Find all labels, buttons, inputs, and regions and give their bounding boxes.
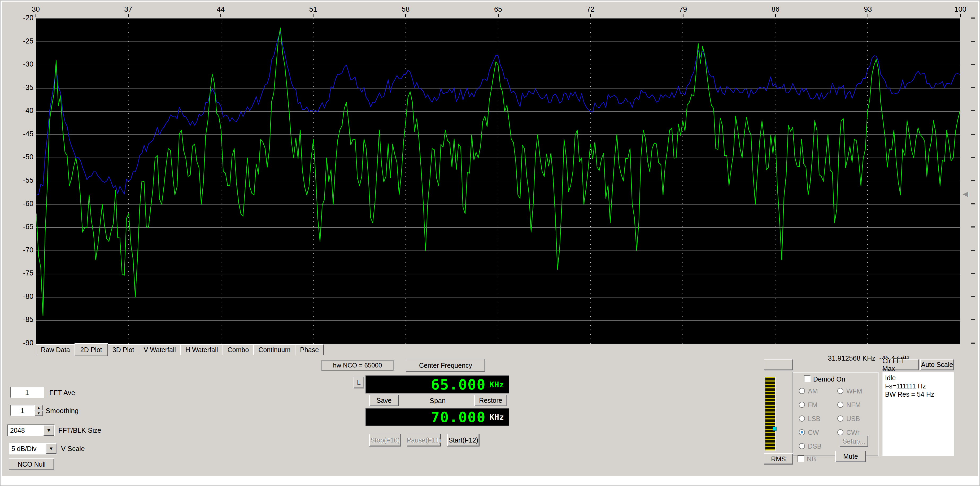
y-axis-label: -25 [23, 37, 33, 45]
nb-label: NB [807, 455, 816, 463]
y-axis-label: -80 [23, 292, 33, 301]
spectrum-analyzer-window: 30374451586572798693100 -20-25-30-35-40-… [2, 2, 978, 476]
chevron-down-icon[interactable]: ▼ [46, 443, 56, 454]
y-axis-label: -85 [23, 316, 33, 324]
nb-checkbox[interactable] [797, 455, 804, 462]
x-axis-label: 79 [679, 5, 687, 17]
hw-nco-readout: hw NCO = 65000 [321, 360, 394, 371]
right-scale-tick [971, 296, 975, 297]
setup-button[interactable]: Setup... [840, 436, 868, 447]
restore-button[interactable]: Restore [474, 395, 507, 406]
right-scale-tick [971, 250, 975, 251]
spin-up-icon[interactable]: ▲ [35, 405, 43, 410]
start-button[interactable]: Start(F12) [447, 434, 479, 446]
pause-button[interactable]: Pause(F11) [407, 434, 441, 446]
x-axis-label: 51 [309, 5, 317, 17]
radio-nfm[interactable] [837, 402, 843, 408]
right-scale-ticks [961, 18, 978, 343]
span-label: Span [416, 397, 459, 405]
y-axis-label: -65 [23, 223, 33, 231]
spectrum-svg [37, 19, 960, 344]
span-unit: KHz [490, 413, 504, 422]
right-scale-strip[interactable]: ◄ [961, 18, 978, 343]
v-scale-select[interactable]: 5 dB/Div ▼ [9, 443, 57, 454]
radio-wfm[interactable] [837, 388, 843, 394]
nco-null-button[interactable]: NCO Null [9, 458, 54, 470]
radio-usb[interactable] [837, 416, 843, 422]
fft-blk-size-value: 2048 [8, 425, 43, 436]
ref-level-arrow-icon[interactable]: ◄ [961, 189, 970, 199]
spin-down-icon[interactable]: ▼ [35, 410, 43, 416]
y-axis-label: -75 [23, 269, 33, 277]
auto-scale-button[interactable]: Auto Scale [920, 359, 954, 370]
spectrum-plot[interactable] [36, 18, 960, 344]
y-axis-label: -45 [23, 130, 33, 138]
x-axis-label: 37 [124, 5, 132, 17]
fft-blk-size-select[interactable]: 2048 ▼ [8, 424, 55, 436]
status-line-fs: Fs=111111 Hz [885, 382, 951, 390]
clr-fft-max-button[interactable]: Clr FFT Max [882, 359, 919, 370]
mute-button[interactable]: Mute [835, 451, 866, 462]
center-frequency-unit: KHz [490, 380, 504, 389]
status-line-idle: Idle [885, 374, 951, 382]
rms-button[interactable]: RMS [764, 453, 793, 465]
tab-raw-data[interactable]: Raw Data [36, 344, 75, 355]
level-meter [765, 377, 775, 451]
right-scale-tick [971, 110, 975, 111]
chevron-down-icon[interactable]: ▼ [43, 425, 54, 436]
right-scale-tick [971, 203, 975, 205]
radio-am[interactable] [799, 388, 805, 394]
x-axis-label: 65 [494, 5, 502, 17]
radio-wfm-label: WFM [846, 388, 862, 395]
tab-v-waterfall[interactable]: V Waterfall [139, 344, 181, 355]
v-scale-value: 5 dB/Div [9, 443, 46, 454]
radio-cwr[interactable] [837, 429, 843, 435]
span-value: 70.000 [431, 409, 486, 426]
right-scale-tick [971, 41, 975, 42]
radio-am-label: AM [808, 388, 818, 395]
radio-dsb[interactable] [799, 443, 805, 449]
y-axis-label: -70 [23, 246, 33, 254]
lock-l-button[interactable]: L [353, 377, 364, 388]
y-axis-label: -50 [23, 153, 33, 161]
tab-phase[interactable]: Phase [295, 344, 324, 355]
tab-2d-plot[interactable]: 2D Plot [75, 343, 108, 356]
status-line-bwres: BW Res = 54 Hz [885, 390, 951, 399]
blank-button[interactable] [764, 359, 793, 370]
tab-continuum[interactable]: Continuum [253, 344, 296, 355]
radio-cwr-label: CWr [846, 429, 859, 437]
right-scale-tick [971, 87, 975, 88]
x-axis-label: 44 [217, 5, 224, 17]
view-tabs: Raw Data 2D Plot 3D Plot V Waterfall H W… [36, 344, 323, 356]
right-scale-tick [971, 226, 975, 227]
tab-h-waterfall[interactable]: H Waterfall [180, 344, 223, 355]
stop-button[interactable]: Stop(F10) [369, 434, 401, 446]
right-scale-tick [971, 133, 975, 135]
status-infobox: Idle Fs=111111 Hz BW Res = 54 Hz [882, 372, 954, 456]
radio-dsb-label: DSB [808, 443, 821, 450]
y-axis-label: -40 [23, 106, 33, 115]
meter-marker[interactable] [773, 427, 776, 430]
save-button[interactable]: Save [369, 395, 399, 406]
demod-on-checkbox[interactable] [804, 375, 811, 382]
right-scale-tick [971, 17, 975, 19]
x-axis-label: 93 [864, 5, 872, 17]
tab-3d-plot[interactable]: 3D Plot [107, 344, 139, 355]
y-axis-label: -90 [23, 339, 33, 347]
tab-combo[interactable]: Combo [223, 344, 254, 355]
smoothing-input[interactable]: 1 [10, 405, 35, 416]
y-axis-label: -55 [23, 176, 33, 184]
x-axis-label: 100 [954, 5, 966, 17]
radio-cw[interactable] [799, 429, 805, 435]
right-scale-tick [971, 319, 975, 320]
radio-lsb[interactable] [799, 416, 805, 422]
x-axis: 30374451586572798693100 [36, 5, 960, 17]
x-axis-label: 86 [772, 5, 780, 17]
radio-fm[interactable] [799, 402, 805, 408]
smoothing-stepper[interactable]: ▲ ▼ [35, 405, 43, 416]
radio-cw-label: CW [808, 429, 819, 437]
y-axis-label: -35 [23, 84, 33, 92]
right-scale-tick [971, 273, 975, 274]
fft-ave-input[interactable]: 1 [10, 387, 44, 398]
center-frequency-button[interactable]: Center Frequency [406, 359, 485, 372]
